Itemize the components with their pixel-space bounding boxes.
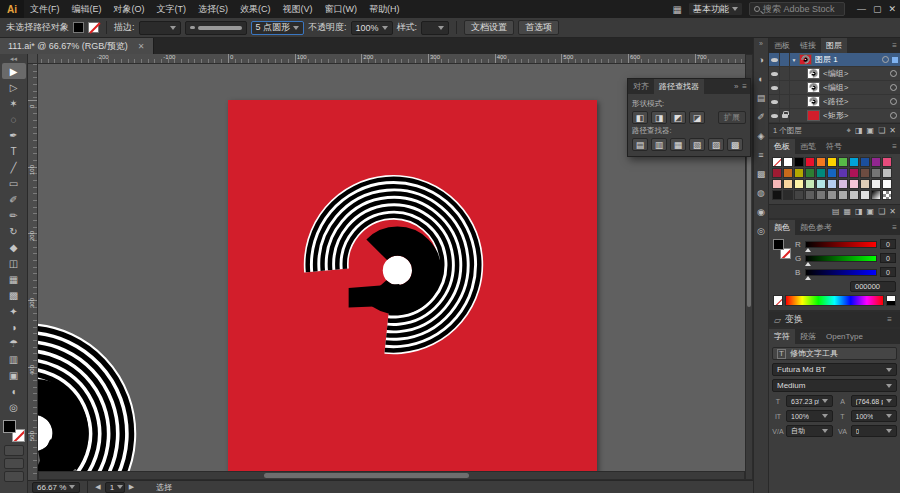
swatch[interactable] [882,168,892,178]
swatch[interactable] [772,179,782,189]
lock-toggle[interactable] [780,81,790,95]
swatch[interactable] [783,179,793,189]
tab-swatches[interactable]: 色板 [769,139,795,154]
fill-stroke-widget[interactable] [2,419,26,443]
layer-row[interactable]: <编组> [769,81,900,95]
visibility-toggle[interactable] [769,95,780,109]
gradient-panel-icon[interactable]: ▩ [755,167,768,180]
target-icon[interactable] [882,56,889,63]
workspace-switcher[interactable]: 基本功能 [688,2,743,16]
appearance-panel-icon[interactable]: ◉ [755,205,768,218]
panel-menu-icon[interactable]: ≡ [892,38,900,53]
swatch[interactable] [794,179,804,189]
swatch[interactable] [805,168,815,178]
panel-menu-icon[interactable]: ≡ [887,312,895,327]
swatch[interactable] [860,179,870,189]
document-setup-button[interactable]: 文档设置 [464,20,514,35]
tool-column-graph[interactable]: ▥ [2,351,26,367]
locate-object-icon[interactable]: ⌖ [846,126,851,136]
slider-knob[interactable] [805,276,811,280]
swatch[interactable] [816,179,826,189]
channel-G-value[interactable]: 0 [880,253,896,263]
menubar-item-6[interactable]: 视图(V) [277,0,319,18]
fill-color-well[interactable] [3,420,16,433]
tab-character[interactable]: 字符 [769,329,795,344]
fill-color-swatch[interactable] [73,22,84,33]
tab-color[interactable]: 颜色 [769,220,795,235]
panel-menu-icon[interactable]: ≡ [742,82,747,91]
lock-toggle[interactable] [780,95,790,109]
menubar-item-2[interactable]: 对象(O) [108,0,151,18]
swatch[interactable] [794,157,804,167]
none-color-swatch[interactable] [773,295,783,306]
swatch[interactable] [772,190,782,200]
channel-R-value[interactable]: 0 [880,239,896,249]
swatch[interactable] [805,190,815,200]
tool-shape-builder[interactable]: ◫ [2,255,26,271]
swatch[interactable] [794,190,804,200]
restore-button[interactable]: ▢ [873,4,882,14]
shape-mode-minus-front-icon[interactable]: ◨ [651,111,667,124]
stroke-panel-icon[interactable]: ≡ [755,148,768,161]
color-guide-panel-icon[interactable]: ◐ [755,72,768,85]
expand-triangle-icon[interactable]: ▼ [790,57,798,63]
vertical-scrollbar-thumb[interactable] [747,139,751,307]
kerning-field[interactable]: 自动 [786,425,833,437]
tool-gradient[interactable]: ▩ [2,287,26,303]
swatch[interactable] [783,157,793,167]
color-panel-icon[interactable]: ◑ [755,53,768,66]
tab-close-icon[interactable]: ✕ [138,42,145,51]
horizontal-scrollbar[interactable] [38,471,745,480]
channel-G-slider[interactable] [805,255,877,262]
swatch[interactable] [783,168,793,178]
swatch-options-icon[interactable]: ◨ [855,207,863,216]
logo-artwork[interactable] [296,171,491,366]
pathfinder-outline-icon[interactable]: ▨ [708,138,724,151]
draw-behind-mode-button[interactable] [4,458,24,469]
visibility-toggle[interactable] [769,53,780,67]
shape-mode-unite-icon[interactable]: ◧ [632,111,648,124]
menubar-item-5[interactable]: 效果(C) [234,0,277,18]
lock-toggle[interactable] [780,67,790,81]
tab-brushes[interactable]: 画笔 [795,139,821,154]
pathfinder-trim-icon[interactable]: ▥ [651,138,667,151]
draw-normal-mode-button[interactable] [4,445,24,456]
leading-field[interactable]: (764.68 pt) [851,395,898,407]
swatch[interactable] [849,168,859,178]
layer-row[interactable]: <编组> [769,67,900,81]
pathfinder-merge-icon[interactable]: ▦ [670,138,686,151]
slider-knob[interactable] [805,248,811,252]
lock-toggle[interactable] [780,53,790,67]
tool-rectangle[interactable]: ▭ [2,175,26,191]
tab-layers[interactable]: 图层 [821,38,847,53]
navigator-panel-icon[interactable]: ◎ [755,224,768,237]
vertical-scale-field[interactable]: 100% [786,410,833,422]
layer-row[interactable]: <矩形> [769,109,900,123]
panel-menu-icon[interactable]: ≡ [892,139,900,154]
swatch-kinds-icon[interactable]: ▦ [843,207,851,216]
prev-artboard-button[interactable]: ◀ [95,483,100,491]
swatch[interactable] [827,190,837,200]
tab-paragraph[interactable]: 段落 [795,329,821,344]
tool-mesh[interactable]: ▦ [2,271,26,287]
tool-scale[interactable]: ◆ [2,239,26,255]
swatch[interactable] [849,179,859,189]
delete-swatch-icon[interactable]: ✕ [889,207,896,216]
tool-pencil[interactable]: ✏ [2,207,26,223]
visibility-toggle[interactable] [769,109,780,123]
swatch[interactable] [772,157,782,167]
preferences-button[interactable]: 首选项 [518,20,559,35]
layer-row[interactable]: ▼图层 1 [769,53,900,67]
font-family-select[interactable]: Futura Md BT [772,363,897,376]
swatch[interactable] [871,190,881,200]
tool-paintbrush[interactable]: ✐ [2,191,26,207]
shape-mode-intersect-icon[interactable]: ◩ [670,111,686,124]
arrange-documents-icon[interactable]: ▦ [672,4,681,15]
swatch[interactable] [838,168,848,178]
tool-artboard[interactable]: ▣ [2,367,26,383]
swatch[interactable] [849,157,859,167]
pathfinder-divide-icon[interactable]: ▤ [632,138,648,151]
shape-mode-exclude-icon[interactable]: ◪ [689,111,705,124]
tool-selection[interactable]: ▶ [2,63,26,79]
panel-collapse-icon[interactable]: » [734,82,738,91]
